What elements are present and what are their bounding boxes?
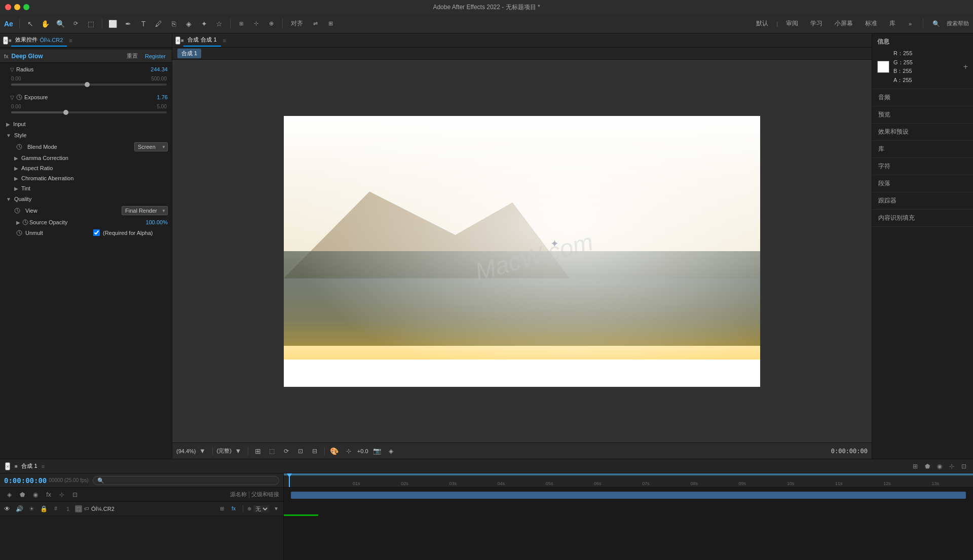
snapping-toggle[interactable]: ⊞ — [235, 17, 248, 30]
comp-close[interactable]: × — [175, 36, 180, 45]
effect-reset-btn[interactable]: 重置 — [125, 52, 140, 60]
aspect-ratio-btn[interactable]: ⟳ — [281, 446, 292, 457]
source-opacity-value[interactable]: 100.00% — [137, 219, 168, 225]
tool-rotate[interactable]: ⟳ — [69, 17, 83, 30]
preview-panel[interactable]: 预览 — [872, 106, 973, 124]
color-correction-btn[interactable]: 🎨 — [329, 446, 340, 457]
layer-solo-btn[interactable]: ◈ — [4, 490, 14, 500]
playhead[interactable] — [289, 473, 290, 487]
layer-mask-btn[interactable]: ◉ — [30, 490, 41, 500]
default-workspace[interactable]: 默认 — [752, 18, 772, 29]
input-section[interactable]: ▶ Input — [0, 118, 172, 130]
radius-thumb[interactable] — [85, 82, 90, 87]
expand-workspaces[interactable]: » — [904, 17, 917, 30]
maximize-button[interactable] — [23, 4, 29, 10]
timeline-ctrl-1[interactable]: ⊞ — [910, 461, 920, 471]
effects-panel-close[interactable]: × — [3, 36, 8, 45]
exposure-value[interactable]: 1.76 — [137, 94, 168, 100]
layer-transform[interactable]: ⊞ — [217, 504, 227, 514]
zoom-dropdown[interactable]: ▼ — [197, 446, 208, 457]
tool-rect[interactable]: ⬜ — [106, 17, 120, 30]
gamma-section[interactable]: ▶ Gamma Correction — [0, 153, 172, 163]
layer-expand-btn[interactable]: ⬟ — [17, 490, 27, 500]
effects-presets-panel[interactable]: 效果和预设 — [872, 124, 973, 141]
standard-workspace[interactable]: 标准 — [861, 18, 881, 29]
effect-register-btn[interactable]: Register — [143, 53, 168, 60]
tool-pen[interactable]: ✒ — [122, 17, 135, 30]
safe-zones-btn[interactable]: ⊡ — [295, 446, 306, 457]
close-button[interactable] — [5, 4, 11, 10]
layer-lock[interactable]: 🔒 — [39, 504, 49, 514]
view-select[interactable]: Final Render Glow Source — [122, 206, 168, 215]
timeline-menu-icon[interactable]: ≡ — [42, 463, 45, 469]
library-panel[interactable]: 库 — [872, 141, 973, 158]
tool-select[interactable]: ↖ — [24, 17, 37, 30]
expand-btn[interactable]: ⇌ — [309, 17, 322, 30]
tool-paint[interactable]: 🖊 — [152, 17, 165, 30]
tool-clone[interactable]: ⎘ — [167, 17, 180, 30]
blend-mode-select[interactable]: Screen Add Multiply Normal — [134, 142, 168, 151]
tint-section[interactable]: ▶ Tint — [0, 183, 172, 193]
radius-slider[interactable] — [11, 84, 167, 86]
breadcrumb[interactable]: 合成 1 — [177, 49, 201, 58]
comp-menu-icon[interactable]: ≡ — [223, 37, 226, 44]
guides-btn[interactable]: ⊟ — [309, 446, 320, 457]
layer-audio[interactable]: 🔊 — [14, 504, 24, 514]
transparency-btn[interactable]: ⊹ — [343, 446, 354, 457]
add-color-btn[interactable]: + — [963, 62, 968, 71]
unmult-checkbox[interactable] — [93, 229, 100, 236]
minimize-button[interactable] — [14, 4, 20, 10]
layer-effects-btn[interactable]: fx — [44, 490, 54, 500]
aspect-section[interactable]: ▶ Aspect Ratio — [0, 163, 172, 173]
effects-control-tab[interactable]: 效果控件 ÓÍ¼.CR2 — [11, 34, 67, 47]
timeline-ctrl-2[interactable]: ⬟ — [922, 461, 932, 471]
tool-hand[interactable]: ✋ — [39, 17, 52, 30]
tracker-panel[interactable]: 跟踪器 — [872, 192, 973, 210]
tool-unified[interactable]: ⬚ — [85, 17, 98, 30]
extra-expand[interactable]: ⊞ — [324, 17, 338, 30]
timeline-tab-1[interactable]: 合成 1 — [21, 462, 37, 470]
effects-menu-icon[interactable]: ≡ — [69, 37, 72, 44]
tool-roto[interactable]: ✦ — [198, 17, 211, 30]
layer-row-1[interactable]: 👁 🔊 ☀ 🔒 # 1 ⬚ 🏷 ÓÍ¼.CR2 ⊞ fx ⊕ — [0, 502, 283, 516]
style-section[interactable]: ▼ Style — [0, 130, 172, 141]
small-screen-workspace[interactable]: 小屏幕 — [831, 18, 857, 29]
align-btn[interactable]: 对齐 — [287, 18, 307, 29]
layer-track-bar[interactable] — [291, 492, 966, 499]
source-opacity-row[interactable]: ▶ Source Opacity 100.00% — [0, 217, 172, 228]
timeline-ctrl-4[interactable]: ⊹ — [947, 461, 957, 471]
radius-row[interactable]: ▽ Radius 244.34 — [0, 64, 172, 75]
paragraph-panel[interactable]: 段落 — [872, 175, 973, 192]
timeline-ctrl-5[interactable]: ⊡ — [959, 461, 969, 471]
library-workspace[interactable]: 库 — [885, 18, 900, 29]
chromatic-section[interactable]: ▶ Chromatic Aberration — [0, 173, 172, 183]
layer-3d-btn[interactable]: ⊡ — [70, 490, 80, 500]
learn-workspace[interactable]: 学习 — [806, 18, 827, 29]
comp-tab-1[interactable]: 合成 合成 1 — [183, 34, 220, 47]
parent-select[interactable]: 无 — [253, 505, 269, 512]
tool-zoom[interactable]: 🔍 — [54, 17, 67, 30]
time-display-large[interactable]: 0:00:00:00 — [4, 476, 47, 485]
audio-panel[interactable]: 音频 — [872, 89, 973, 106]
exposure-slider[interactable] — [11, 111, 167, 113]
character-panel[interactable]: 字符 — [872, 158, 973, 175]
timeline-close[interactable]: × — [5, 462, 10, 470]
parent-dropdown[interactable]: ▼ — [271, 504, 281, 514]
show-channel-btn[interactable]: ⬚ — [267, 446, 278, 457]
timeline-search[interactable] — [93, 476, 279, 485]
timeline-ctrl-3[interactable]: ◉ — [934, 461, 945, 471]
tool-extra2[interactable]: ⊕ — [265, 17, 278, 30]
layer-motion-btn[interactable]: ⊹ — [57, 490, 67, 500]
quality-section[interactable]: ▼ Quality — [0, 193, 172, 205]
exposure-row[interactable]: ▽ Exposure 1.76 — [0, 92, 172, 103]
layer-fx-btn[interactable]: fx — [229, 504, 239, 514]
tool-puppet[interactable]: ☆ — [213, 17, 226, 30]
tool-extra1[interactable]: ⊹ — [250, 17, 263, 30]
layer-solo[interactable]: ☀ — [26, 504, 36, 514]
fit-frame-btn[interactable]: ⊞ — [252, 446, 264, 457]
exposure-thumb[interactable] — [63, 110, 68, 115]
layer-visibility[interactable]: 👁 — [2, 504, 12, 514]
snapshot-btn[interactable]: 📷 — [371, 446, 383, 457]
quality-dropdown[interactable]: ▼ — [233, 446, 244, 457]
tool-text[interactable]: T — [137, 17, 150, 30]
